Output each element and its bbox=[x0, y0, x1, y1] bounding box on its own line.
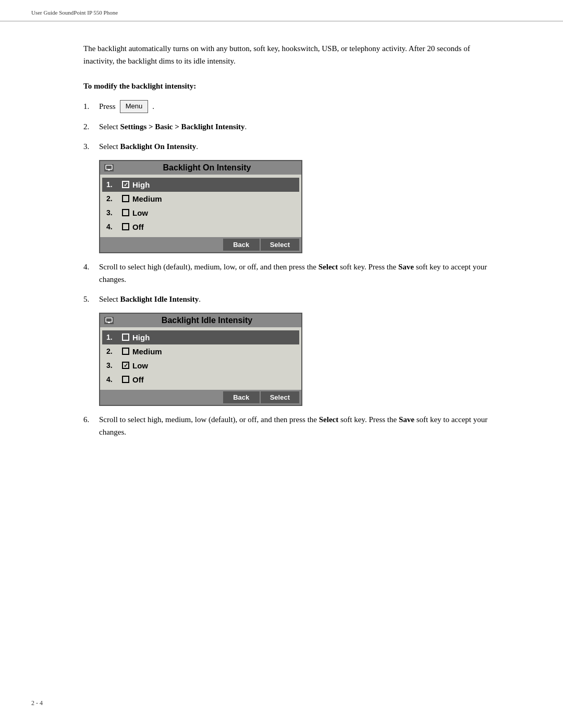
step-4-bold2: Save bbox=[398, 263, 414, 271]
screen1-body: 1. High 2. Medium 3. Low 4. Off bbox=[100, 175, 301, 237]
screen2-item-3-num: 3. bbox=[106, 361, 119, 369]
step-2-bold: Settings > Basic > Backlight Intensity bbox=[120, 122, 244, 131]
step-1: 1. Press Menu . bbox=[83, 100, 500, 113]
screen1-item-medium[interactable]: 2. Medium bbox=[102, 192, 299, 206]
svg-rect-3 bbox=[108, 322, 110, 323]
menu-button[interactable]: Menu bbox=[120, 100, 149, 113]
section-heading: To modify the backlight intensity: bbox=[83, 82, 500, 91]
screen2-item-high[interactable]: 1. High bbox=[102, 330, 299, 344]
step-6-text2: soft key. Press the bbox=[338, 415, 399, 424]
step-4-num: 4. bbox=[83, 261, 99, 273]
screen1-title: Backlight On Intensity bbox=[117, 163, 297, 172]
step-3-content: Select Backlight On Intensity. bbox=[99, 140, 500, 153]
step-6-bold1: Select bbox=[319, 415, 338, 424]
step-6: 6. Scroll to select high, medium, low (d… bbox=[83, 413, 500, 438]
screen2-item-1-num: 1. bbox=[106, 333, 119, 341]
step-5-bold: Backlight Idle Intensity bbox=[120, 295, 199, 303]
svg-rect-1 bbox=[108, 169, 110, 170]
step-2: 2. Select Settings > Basic > Backlight I… bbox=[83, 120, 500, 133]
page-footer: 2 - 4 bbox=[31, 699, 43, 707]
step-2-num: 2. bbox=[83, 120, 99, 133]
step-5: 5. Select Backlight Idle Intensity. bbox=[83, 293, 500, 305]
screen1-item-1-num: 1. bbox=[106, 180, 119, 189]
main-content: The backlight automatically turns on wit… bbox=[0, 21, 563, 466]
screen1-item-2-label: Medium bbox=[132, 194, 162, 203]
screen1-item-2-checkbox bbox=[122, 195, 129, 202]
screen1-titlebar: Backlight On Intensity bbox=[100, 161, 301, 175]
step-3-num: 3. bbox=[83, 140, 99, 153]
step-6-num: 6. bbox=[83, 413, 99, 426]
step-1-num: 1. bbox=[83, 100, 99, 113]
screen1-back-button[interactable]: Back bbox=[223, 239, 260, 251]
screen1-item-off[interactable]: 4. Off bbox=[102, 220, 299, 234]
step-6-bold2: Save bbox=[399, 415, 414, 424]
screen1-item-4-label: Off bbox=[132, 223, 144, 231]
screen2-title: Backlight Idle Intensity bbox=[117, 316, 297, 325]
screen1-item-3-label: Low bbox=[132, 208, 148, 217]
screen2-item-4-label: Off bbox=[132, 375, 144, 384]
screen2-item-2-num: 2. bbox=[106, 347, 119, 355]
screen2-item-1-label: High bbox=[132, 333, 150, 342]
screen1-item-3-num: 3. bbox=[106, 208, 119, 217]
step-4-text2: soft key. Press the bbox=[338, 263, 398, 271]
screen2-item-off[interactable]: 4. Off bbox=[102, 373, 299, 387]
step-1-suffix: . bbox=[152, 100, 154, 113]
step-2-suffix: . bbox=[245, 122, 247, 131]
screen1-item-high[interactable]: 1. High bbox=[102, 178, 299, 192]
page-header: User Guide SoundPoint IP 550 Phone bbox=[0, 0, 563, 21]
screen1-item-1-label: High bbox=[132, 180, 150, 189]
screen1-item-2-num: 2. bbox=[106, 194, 119, 203]
step-4-text: Scroll to select high (default), medium,… bbox=[99, 263, 319, 271]
page-number: 2 - 4 bbox=[31, 699, 43, 707]
step-3-text: Select bbox=[99, 142, 120, 151]
screen2-titlebar: Backlight Idle Intensity bbox=[100, 314, 301, 327]
intro-paragraph: The backlight automatically turns on wit… bbox=[83, 42, 500, 67]
screen2-item-3-label: Low bbox=[132, 361, 148, 370]
step-5-num: 5. bbox=[83, 293, 99, 305]
screen1-item-1-checkbox bbox=[122, 181, 129, 188]
screen1-item-low[interactable]: 3. Low bbox=[102, 206, 299, 220]
phone-icon bbox=[104, 164, 114, 171]
screen1-item-3-checkbox bbox=[122, 209, 129, 216]
screen2-item-2-checkbox bbox=[122, 348, 129, 355]
step-3: 3. Select Backlight On Intensity. bbox=[83, 140, 500, 153]
screen1-item-4-checkbox bbox=[122, 223, 129, 230]
screen1-select-button[interactable]: Select bbox=[261, 239, 299, 251]
screen1-item-4-num: 4. bbox=[106, 223, 119, 231]
screen2-item-1-checkbox bbox=[122, 334, 129, 341]
step-4-bold1: Select bbox=[319, 263, 338, 271]
screen2-item-4-checkbox bbox=[122, 376, 129, 383]
svg-rect-2 bbox=[106, 318, 112, 322]
step-2-content: Select Settings > Basic > Backlight Inte… bbox=[99, 120, 500, 133]
screen2-body: 1. High 2. Medium 3. Low 4. Off bbox=[100, 327, 301, 390]
screen2-item-3-checkbox bbox=[122, 362, 129, 369]
step-6-text: Scroll to select high, medium, low (defa… bbox=[99, 415, 319, 424]
svg-rect-0 bbox=[106, 165, 112, 169]
step-5-content: Select Backlight Idle Intensity. bbox=[99, 293, 500, 305]
screen2-back-button[interactable]: Back bbox=[223, 391, 260, 403]
step-2-text: Select bbox=[99, 122, 120, 131]
screen2-item-2-label: Medium bbox=[132, 347, 162, 356]
header-text: User Guide SoundPoint IP 550 Phone bbox=[31, 9, 118, 16]
screen1-softkeys: Back Select bbox=[100, 237, 301, 252]
step-4: 4. Scroll to select high (default), medi… bbox=[83, 261, 500, 286]
screen2-item-low[interactable]: 3. Low bbox=[102, 359, 299, 373]
phone-icon-2 bbox=[104, 317, 114, 324]
screen2-softkeys: Back Select bbox=[100, 390, 301, 405]
screen2-item-4-num: 4. bbox=[106, 375, 119, 384]
step-5-text: Select bbox=[99, 295, 120, 303]
screen2-item-medium[interactable]: 2. Medium bbox=[102, 344, 299, 359]
steps-list: 1. Press Menu . 2. Select Settings > Bas… bbox=[83, 100, 500, 153]
screen2-select-button[interactable]: Select bbox=[261, 391, 299, 403]
screen1: Backlight On Intensity 1. High 2. Medium… bbox=[99, 160, 302, 253]
step-1-prefix: Press bbox=[99, 100, 116, 113]
step-5-suffix: . bbox=[199, 295, 201, 303]
step-6-content: Scroll to select high, medium, low (defa… bbox=[99, 413, 500, 438]
step-4-content: Scroll to select high (default), medium,… bbox=[99, 261, 500, 286]
step-1-content: Press Menu . bbox=[99, 100, 500, 113]
step-3-bold: Backlight On Intensity bbox=[120, 142, 196, 151]
step-3-suffix: . bbox=[196, 142, 198, 151]
screen2: Backlight Idle Intensity 1. High 2. Medi… bbox=[99, 313, 302, 406]
